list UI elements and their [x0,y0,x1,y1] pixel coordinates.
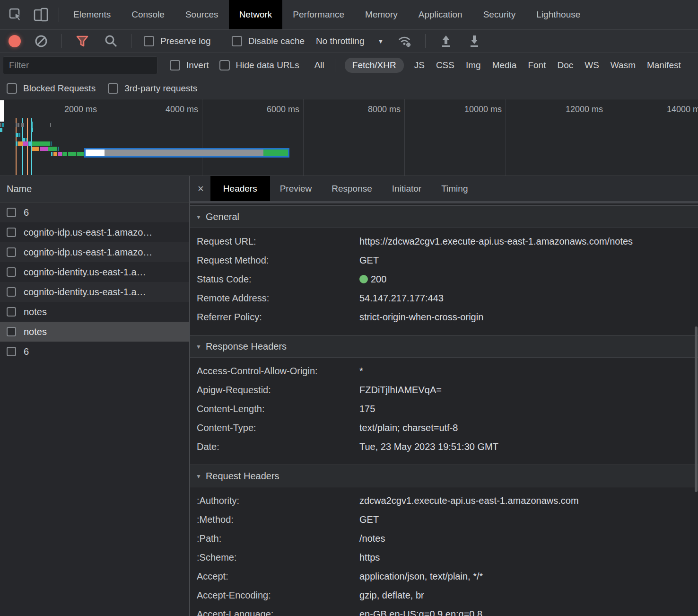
request-row[interactable]: cognito-idp.us-east-1.amazo… [0,242,189,262]
request-rows: 6 cognito-idp.us-east-1.amazo… cognito-i… [0,202,189,361]
tab-preview[interactable]: Preview [270,176,322,201]
type-wasm[interactable]: Wasm [610,58,637,73]
type-fetch-xhr[interactable]: Fetch/XHR [345,58,404,73]
waterfall-bar [31,122,33,128]
tab-initiator[interactable]: Initiator [382,176,431,201]
waterfall-bar [32,147,39,151]
request-name: cognito-identity.us-east-1.a… [24,267,146,278]
section-general-header[interactable]: ▼ General [190,205,698,228]
third-party-requests-checkbox[interactable] [108,83,118,94]
search-icon[interactable] [103,33,119,49]
waterfall-bar [68,152,76,156]
tab-security[interactable]: Security [473,0,526,29]
type-media[interactable]: Media [491,58,518,73]
tab-lighthouse[interactable]: Lighthouse [526,0,591,29]
disable-cache-label: Disable cache [248,36,305,46]
blocked-requests-checkbox[interactable] [7,83,17,94]
request-row-selected[interactable]: notes [0,322,189,342]
tab-headers[interactable]: Headers [210,176,270,201]
request-row[interactable]: cognito-idp.us-east-1.amazo… [0,222,189,242]
selected-request-bar[interactable] [84,148,289,158]
type-ws[interactable]: WS [584,58,600,73]
close-icon[interactable]: × [190,176,210,201]
request-row-checkbox[interactable] [7,228,16,237]
type-css[interactable]: CSS [435,58,455,73]
type-all[interactable]: All [314,58,325,73]
header-value: application/json, text/plain, */* [359,571,483,582]
tab-performance[interactable]: Performance [282,0,355,29]
request-row[interactable]: 6 [0,202,189,222]
clear-icon[interactable] [33,33,49,49]
request-row-checkbox[interactable] [7,247,16,257]
type-img[interactable]: Img [465,58,482,73]
invert-toggle[interactable]: Invert [170,60,209,70]
third-party-requests-toggle[interactable]: 3rd-party requests [108,83,197,94]
hide-data-urls-toggle[interactable]: Hide data URLs [219,60,299,70]
blocked-requests-toggle[interactable]: Blocked Requests [7,83,96,94]
tab-application[interactable]: Application [408,0,473,29]
request-row[interactable]: cognito-identity.us-east-1.a… [0,282,189,302]
header-row: Content-Type: text/plain; charset=utf-8 [190,418,698,437]
filter-input[interactable] [3,56,157,74]
request-row-checkbox[interactable] [7,307,16,317]
overview-left-handle[interactable] [0,100,4,122]
throttling-value: No throttling [316,36,364,46]
inspect-element-icon[interactable] [8,7,24,23]
tab-response[interactable]: Response [322,176,382,201]
invert-checkbox[interactable] [170,60,180,70]
hide-data-urls-checkbox[interactable] [219,60,230,70]
request-row[interactable]: cognito-identity.us-east-1.a… [0,262,189,282]
export-har-icon[interactable] [466,33,482,49]
request-row-checkbox[interactable] [7,287,16,297]
tab-elements[interactable]: Elements [63,0,121,29]
header-key: Date: [197,441,359,452]
section-response-headers: ▼ Response Headers Access-Control-Allow-… [190,335,698,456]
overview-waterfall[interactable]: 2000 ms4000 ms6000 ms8000 ms10000 ms1200… [0,99,698,176]
type-js[interactable]: JS [413,58,426,73]
preserve-log-toggle[interactable]: Preserve log [144,36,211,46]
disable-cache-checkbox[interactable] [232,36,242,46]
header-row: :Method: GET [190,510,698,529]
header-key: Accept-Language: [197,609,359,616]
section-request-headers-header[interactable]: ▼ Request Headers [190,465,698,487]
tab-memory[interactable]: Memory [355,0,408,29]
request-row-checkbox[interactable] [7,267,16,277]
type-doc[interactable]: Doc [556,58,574,73]
header-value: https [359,552,380,563]
chevron-down-icon: ▼ [377,38,384,45]
tab-timing[interactable]: Timing [431,176,478,201]
detail-tabbar: × Headers Preview Response Initiator Tim… [190,176,698,201]
waterfall-bar [48,147,57,151]
hide-data-urls-label: Hide data URLs [236,60,299,70]
request-row-checkbox[interactable] [7,327,16,336]
throttling-select[interactable]: No throttling ▼ [316,36,384,46]
preserve-log-checkbox[interactable] [144,36,154,46]
request-row[interactable]: 6 [0,342,189,361]
disable-cache-toggle[interactable]: Disable cache [232,36,305,46]
request-row-checkbox[interactable] [7,208,16,217]
vertical-scrollbar[interactable] [695,326,698,492]
header-value: FZDiTjlhIAMEVqA= [359,385,442,396]
section-response-headers-header[interactable]: ▼ Response Headers [190,335,698,358]
tab-sources[interactable]: Sources [175,0,229,29]
overview-tick-label: 2000 ms [52,105,97,114]
header-key: :Method: [197,514,359,525]
type-font[interactable]: Font [527,58,547,73]
waterfall-bar [16,133,18,137]
request-name: notes [24,326,47,337]
request-row[interactable]: notes [0,302,189,322]
record-icon[interactable] [9,35,21,47]
import-har-icon[interactable] [438,33,454,49]
request-row-checkbox[interactable] [7,347,16,356]
requests-panel: Name 6 cognito-idp.us-east-1.amazo… cogn… [0,176,190,616]
preserve-log-label: Preserve log [160,36,211,46]
tab-console[interactable]: Console [121,0,175,29]
leading-icons [0,0,59,29]
network-conditions-icon[interactable] [397,33,413,49]
header-row: Request URL: https://zdcwa2cgv1.execute-… [190,232,698,251]
type-manifest[interactable]: Manifest [646,58,682,73]
tab-network[interactable]: Network [229,0,283,29]
name-column-header[interactable]: Name [0,176,189,202]
device-toolbar-icon[interactable] [33,7,49,23]
filter-icon[interactable] [74,33,90,49]
